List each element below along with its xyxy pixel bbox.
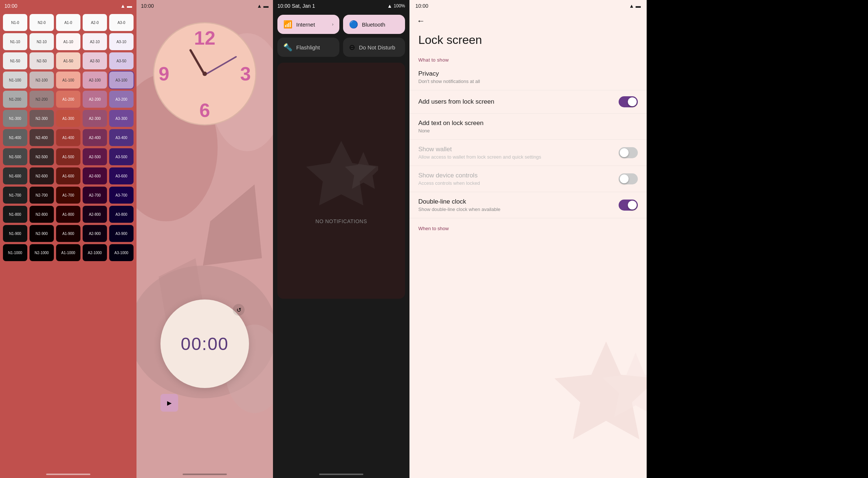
swatch-cell[interactable]: A3-900 <box>109 225 134 242</box>
qs-tile-internet[interactable]: 📶 Internet › <box>277 15 339 34</box>
swatch-cell[interactable]: A1-300 <box>56 110 80 127</box>
swatch-cell[interactable]: A2-700 <box>83 187 107 204</box>
swatch-cell[interactable]: N2-700 <box>30 187 54 204</box>
swatch-cell[interactable]: A3-700 <box>109 187 134 204</box>
settings-item-show-wallet[interactable]: Show wallet Allow access to wallet from … <box>409 140 647 166</box>
panel3-time: 10:00 Sat, Jan 1 <box>277 3 315 9</box>
swatch-cell[interactable]: N2-1000 <box>30 244 54 261</box>
qs-tile-flashlight[interactable]: 🔦 Flashlight <box>277 38 339 57</box>
swatch-cell[interactable]: A1-700 <box>56 187 80 204</box>
swatch-cell[interactable]: A1-50 <box>56 52 80 69</box>
swatch-cell[interactable]: A2-900 <box>83 225 107 242</box>
swatch-cell[interactable]: A1-100 <box>56 72 80 89</box>
wifi-icon3: ▲ <box>387 3 392 9</box>
add-text-title: Add text on lock screen <box>418 119 638 127</box>
panel4-toolbar: ← <box>409 12 647 29</box>
back-button[interactable]: ← <box>415 15 426 27</box>
swatch-cell[interactable]: A2-200 <box>83 91 107 108</box>
qs-tile-bluetooth[interactable]: 🔵 Bluetooth <box>343 15 405 34</box>
swatch-cell[interactable]: N1-700 <box>3 187 27 204</box>
show-wallet-toggle[interactable] <box>619 147 638 158</box>
swatch-cell[interactable]: N2-0 <box>30 14 54 31</box>
swatch-cell[interactable]: A1-600 <box>56 167 80 184</box>
panel4-time: 10:00 <box>415 3 428 9</box>
swatch-cell[interactable]: A3-800 <box>109 206 134 223</box>
swatch-cell[interactable]: N2-500 <box>30 148 54 165</box>
swatch-cell[interactable]: A2-0 <box>83 14 107 31</box>
swatch-cell[interactable]: A1-0 <box>56 14 80 31</box>
swatch-cell[interactable]: N1-900 <box>3 225 27 242</box>
swatch-cell[interactable]: N1-1000 <box>3 244 27 261</box>
swatch-cell[interactable]: N2-200 <box>30 91 54 108</box>
swatch-cell[interactable]: A3-10 <box>109 33 134 50</box>
swatch-cell[interactable]: N2-900 <box>30 225 54 242</box>
settings-item-double-line-clock[interactable]: Double-line clock Show double-line clock… <box>409 192 647 218</box>
swatch-cell[interactable]: A2-50 <box>83 52 107 69</box>
swatch-cell[interactable]: N1-600 <box>3 167 27 184</box>
bluetooth-qs-icon: 🔵 <box>349 20 358 29</box>
settings-item-privacy[interactable]: Privacy Don't show notifications at all <box>409 64 647 90</box>
swatch-cell[interactable]: A2-500 <box>83 148 107 165</box>
panel1-time: 10:00 <box>4 3 17 9</box>
swatch-cell[interactable]: A2-1000 <box>83 244 107 261</box>
swatch-cell[interactable]: N2-400 <box>30 129 54 146</box>
swatch-cell[interactable]: A3-200 <box>109 91 134 108</box>
swatch-cell[interactable]: N1-500 <box>3 148 27 165</box>
swatch-cell[interactable]: N2-100 <box>30 72 54 89</box>
swatch-cell[interactable]: A3-600 <box>109 167 134 184</box>
qs-tile-dnd[interactable]: ⊖ Do Not Disturb <box>343 38 405 57</box>
swatch-cell[interactable]: A1-800 <box>56 206 80 223</box>
swatch-cell[interactable]: N2-50 <box>30 52 54 69</box>
privacy-title: Privacy <box>418 70 638 77</box>
swatch-cell[interactable]: A3-0 <box>109 14 134 31</box>
notification-graphic <box>304 137 378 211</box>
swatch-cell[interactable]: A2-300 <box>83 110 107 127</box>
swatch-cell[interactable]: A2-10 <box>83 33 107 50</box>
settings-item-add-users[interactable]: Add users from lock screen <box>409 90 647 114</box>
swatch-cell[interactable]: N2-600 <box>30 167 54 184</box>
add-users-toggle[interactable] <box>619 96 638 107</box>
privacy-sub: Don't show notifications at all <box>418 79 638 84</box>
swatch-cell[interactable]: N1-100 <box>3 72 27 89</box>
swatch-cell[interactable]: A1-1000 <box>56 244 80 261</box>
swatch-cell[interactable]: N1-300 <box>3 110 27 127</box>
show-wallet-title: Show wallet <box>418 146 619 153</box>
swatch-cell[interactable]: A2-800 <box>83 206 107 223</box>
panel-clock-timer: 10:00 ▲ ▬ 12 3 6 9 ↺ 00:00 ▶ <box>136 0 273 478</box>
swatch-cell[interactable]: A3-500 <box>109 148 134 165</box>
show-wallet-toggle-knob <box>620 148 629 157</box>
swatch-cell[interactable]: A3-100 <box>109 72 134 89</box>
swatch-cell[interactable]: N1-0 <box>3 14 27 31</box>
swatch-cell[interactable]: N1-800 <box>3 206 27 223</box>
swatch-cell[interactable]: N2-800 <box>30 206 54 223</box>
swatch-cell[interactable]: N1-200 <box>3 91 27 108</box>
wifi-qs-icon: 📶 <box>283 20 293 29</box>
swatch-cell[interactable]: A1-10 <box>56 33 80 50</box>
settings-item-add-text[interactable]: Add text on lock screen None <box>409 114 647 140</box>
swatch-cell[interactable]: A1-400 <box>56 129 80 146</box>
panel3-status-bar: 10:00 Sat, Jan 1 ▲ 100% <box>273 0 409 12</box>
swatch-cell[interactable]: A3-400 <box>109 129 134 146</box>
swatch-cell[interactable]: N2-10 <box>30 33 54 50</box>
swatch-cell[interactable]: N1-400 <box>3 129 27 146</box>
swatch-cell[interactable]: A3-1000 <box>109 244 134 261</box>
swatch-cell[interactable]: A3-300 <box>109 110 134 127</box>
swatch-cell[interactable]: A1-500 <box>56 148 80 165</box>
swatch-cell[interactable]: N2-300 <box>30 110 54 127</box>
qs-flashlight-label: Flashlight <box>296 44 320 51</box>
swatch-cell[interactable]: N1-10 <box>3 33 27 50</box>
swatch-cell[interactable]: A1-900 <box>56 225 80 242</box>
swatch-cell[interactable]: A1-200 <box>56 91 80 108</box>
double-line-clock-toggle[interactable] <box>619 200 638 211</box>
swatch-cell[interactable]: A2-400 <box>83 129 107 146</box>
settings-item-device-controls[interactable]: Show device controls Access controls whe… <box>409 166 647 192</box>
panel3-status-icons: ▲ 100% <box>387 3 405 9</box>
swatch-cell[interactable]: A3-50 <box>109 52 134 69</box>
timer-reset-button[interactable]: ↺ <box>233 304 245 316</box>
device-controls-toggle[interactable] <box>619 173 638 184</box>
add-users-title: Add users from lock screen <box>418 98 619 105</box>
timer-play-button[interactable]: ▶ <box>160 394 178 412</box>
swatch-cell[interactable]: N1-50 <box>3 52 27 69</box>
swatch-cell[interactable]: A2-600 <box>83 167 107 184</box>
swatch-cell[interactable]: A2-100 <box>83 72 107 89</box>
